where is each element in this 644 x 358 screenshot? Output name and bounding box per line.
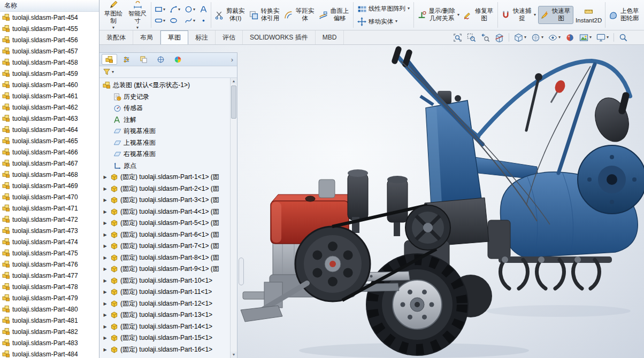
expand-arrow-icon[interactable]: ▶ — [102, 221, 108, 225]
file-list-item[interactable]: tuolaji.sldasm-Part-459 — [0, 68, 99, 79]
name-column-header[interactable]: 名称 — [0, 0, 99, 12]
tree-component[interactable]: ▶(固定) tuolaji.sldasm-Part-9<1> (固 — [101, 263, 229, 275]
scrollbar-thumb[interactable] — [231, 85, 236, 119]
tree-component[interactable]: ▶(固定) tuolaji.sldasm-Part-7<1> (固 — [101, 240, 229, 252]
tab-propertymanager[interactable] — [119, 54, 134, 65]
quick-snaps-button[interactable]: 快速捕捉 ▾ — [500, 6, 538, 24]
display-style-button[interactable]: ▾ — [531, 33, 543, 42]
file-list-item[interactable]: tuolaji.sldasm-Part-476 — [0, 259, 99, 270]
expand-arrow-icon[interactable]: ▶ — [102, 347, 108, 352]
panel-expand-chevron[interactable]: › — [231, 56, 235, 64]
tab-configurationmanager[interactable] — [136, 54, 151, 65]
surface-offset-button[interactable]: 曲面上偏移 — [317, 6, 351, 24]
tree-component[interactable]: ▶(固定) tuolaji.sldasm-Part-4<1> (固 — [101, 206, 229, 218]
feature-tree-scrollbar[interactable]: ▲ ▼ — [230, 78, 237, 358]
expand-arrow-icon[interactable]: ▶ — [102, 313, 108, 317]
view-settings-button[interactable]: ▾ — [596, 33, 609, 42]
tree-item-plane[interactable]: 前视基准面 — [101, 126, 229, 137]
file-list-item[interactable]: tuolaji.sldasm-Part-481 — [0, 315, 99, 326]
tree-item-plane[interactable]: 右视基准面 — [101, 149, 229, 160]
smart-dimension-button[interactable]: 智能尺寸 ▾ — [126, 1, 149, 29]
tree-component[interactable]: ▶(固定) tuolaji.sldasm-Part-16<1> — [101, 344, 229, 356]
chevron-down-icon[interactable]: ▾ — [178, 7, 180, 12]
expand-arrow-icon[interactable]: ▶ — [102, 278, 108, 283]
file-list-item[interactable]: tuolaji.sldasm-Part-468 — [0, 169, 99, 180]
file-list-item[interactable]: tuolaji.sldasm-Part-454 — [0, 12, 99, 23]
scroll-up-arrow[interactable]: ▲ — [231, 78, 237, 84]
expand-arrow-icon[interactable]: ▶ — [102, 175, 108, 180]
file-list-item[interactable]: tuolaji.sldasm-Part-484 — [0, 348, 99, 358]
tree-component[interactable]: ▶(固定) tuolaji.sldasm-Part-6<1> (固 — [101, 229, 229, 241]
linear-sketch-pattern-button[interactable]: 线性草图阵列 ▾ — [355, 4, 412, 14]
text-tool-button[interactable] — [198, 4, 209, 14]
chevron-down-icon[interactable]: ▾ — [524, 35, 526, 40]
command-tab-装配体[interactable]: 装配体 — [99, 30, 133, 44]
expand-arrow-icon[interactable]: ▶ — [102, 232, 108, 237]
file-list-item[interactable]: tuolaji.sldasm-Part-471 — [0, 203, 99, 214]
apply-scene-button[interactable]: ▾ — [579, 33, 592, 42]
zoom-to-area-button[interactable] — [467, 33, 476, 42]
command-tab-SOLIDWORKS 插件[interactable]: SOLIDWORKS 插件 — [243, 30, 316, 44]
file-list-item[interactable]: tuolaji.sldasm-Part-462 — [0, 102, 99, 113]
tab-dimxpertmanager[interactable] — [153, 54, 168, 65]
expand-arrow-icon[interactable]: ▶ — [102, 198, 108, 203]
expand-arrow-icon[interactable]: ▶ — [102, 336, 108, 340]
tree-item-plane[interactable]: 上视基准面 — [101, 137, 229, 149]
chevron-down-icon[interactable]: ▾ — [408, 6, 410, 11]
offset-entities-button[interactable]: 等距实体 — [282, 6, 317, 24]
display-delete-relations-button[interactable]: 显示/删除几何关系 ▾ — [416, 6, 461, 24]
tree-root-assembly[interactable]: 总装图 (默认<显示状态-1>) — [101, 80, 229, 91]
trim-entities-button[interactable]: 剪裁实体(I) — [213, 6, 247, 24]
scroll-down-arrow[interactable]: ▼ — [231, 352, 237, 358]
file-list-item[interactable]: tuolaji.sldasm-Part-470 — [0, 191, 99, 203]
sketch-button[interactable]: 草图绘制 ▾ — [102, 1, 125, 29]
convert-entities-button[interactable]: 转换实体引用 — [248, 6, 282, 24]
previous-view-button[interactable] — [481, 33, 490, 42]
file-list-item[interactable]: tuolaji.sldasm-Part-466 — [0, 146, 99, 158]
file-list-item[interactable]: tuolaji.sldasm-Part-477 — [0, 270, 99, 281]
tree-component[interactable]: ▶(固定) tuolaji.sldasm-Part-10<1> — [101, 275, 229, 287]
circle-tool-button[interactable]: ▾ — [183, 4, 197, 14]
view-orientation-button[interactable]: ▾ — [514, 33, 526, 42]
arc-tool-button[interactable]: ▾ — [168, 4, 182, 14]
command-tab-草图[interactable]: 草图 — [160, 30, 188, 44]
chevron-down-icon[interactable]: ▾ — [534, 13, 536, 17]
file-list-item[interactable]: tuolaji.sldasm-Part-473 — [0, 225, 99, 236]
shaded-sketch-contours-button[interactable]: 上色草图轮廓 — [607, 6, 641, 24]
ellipse-tool-button[interactable] — [168, 15, 182, 26]
tree-component[interactable]: ▶(固定) tuolaji.sldasm-Part-14<1> — [101, 321, 229, 333]
rectangle-tool-button[interactable]: ▾ — [153, 4, 167, 14]
tab-featuremanager-tree[interactable] — [102, 54, 117, 65]
chevron-down-icon[interactable]: ▾ — [112, 70, 114, 74]
tree-item-annotations[interactable]: 注解 — [101, 114, 229, 126]
tab-displaymanager[interactable] — [170, 54, 186, 65]
file-list-item[interactable]: tuolaji.sldasm-Part-483 — [0, 337, 99, 348]
expand-arrow-icon[interactable]: ▶ — [102, 255, 108, 260]
tree-component[interactable]: ▶(固定) tuolaji.sldasm-Part-15<1> — [101, 332, 229, 344]
chevron-down-icon[interactable]: ▾ — [395, 19, 397, 24]
edit-appearance-button[interactable] — [565, 33, 574, 42]
chevron-down-icon[interactable]: ▾ — [541, 35, 543, 40]
filter-funnel-icon[interactable] — [103, 68, 111, 76]
tree-component[interactable]: ▶(固定) tuolaji.sldasm-Part-12<1> — [101, 298, 229, 310]
chevron-down-icon[interactable]: ▾ — [457, 13, 459, 17]
expand-arrow-icon[interactable]: ▶ — [102, 244, 108, 248]
file-list-item[interactable]: tuolaji.sldasm-Part-456 — [0, 34, 99, 45]
hide-show-items-button[interactable]: ▾ — [548, 33, 561, 42]
tree-component[interactable]: ▶(固定) tuolaji.sldasm-Part-5<1> (固 — [101, 217, 229, 229]
tree-component[interactable]: ▶(固定) tuolaji.sldasm-Part-11<1> — [101, 286, 229, 298]
file-list-item[interactable]: tuolaji.sldasm-Part-482 — [0, 326, 99, 337]
tree-component[interactable]: ▶(固定) tuolaji.sldasm-Part-3<1> (固 — [101, 194, 229, 206]
expand-arrow-icon[interactable]: ▶ — [102, 290, 108, 294]
expand-arrow-icon[interactable]: ▶ — [102, 301, 108, 306]
command-tab-布局[interactable]: 布局 — [133, 30, 160, 44]
file-list-item[interactable]: tuolaji.sldasm-Part-465 — [0, 135, 99, 146]
file-list-item[interactable]: tuolaji.sldasm-Part-475 — [0, 247, 99, 259]
file-list-item[interactable]: tuolaji.sldasm-Part-458 — [0, 57, 99, 68]
section-view-button[interactable] — [495, 33, 504, 42]
tree-component[interactable]: ▶(固定) tuolaji.sldasm-Part-2<1> (固 — [101, 183, 229, 195]
command-tab-MBD[interactable]: MBD — [316, 30, 344, 44]
zoom-to-fit-button[interactable] — [453, 33, 462, 42]
expand-arrow-icon[interactable]: ▶ — [102, 186, 108, 191]
file-list-item[interactable]: tuolaji.sldasm-Part-455 — [0, 23, 99, 34]
